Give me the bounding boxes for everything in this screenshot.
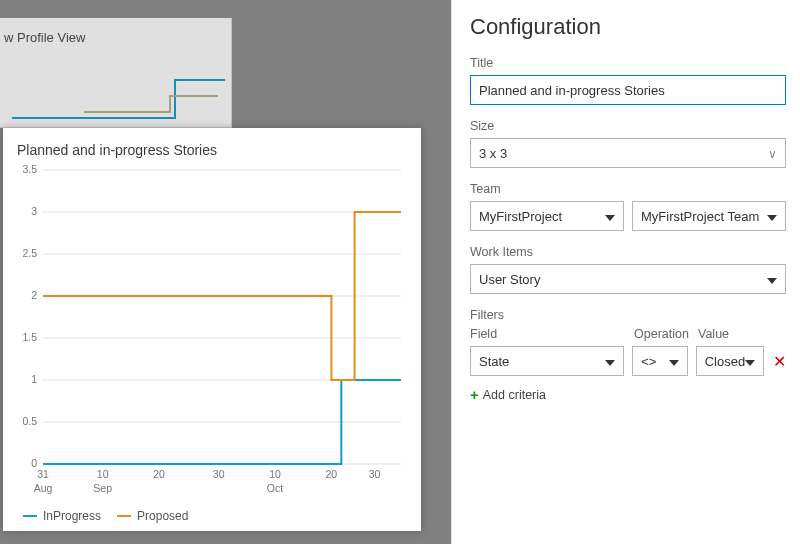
- filter-op-value: <>: [641, 354, 656, 369]
- workitems-select[interactable]: User Story: [470, 264, 786, 294]
- legend-swatch: [23, 515, 37, 517]
- svg-text:30: 30: [369, 468, 381, 480]
- field-title: Title: [470, 56, 786, 105]
- chevron-down-icon: [768, 146, 777, 161]
- filter-field-value: State: [479, 354, 509, 369]
- filter-value-value: Closed: [705, 354, 745, 369]
- filter-op-select[interactable]: <>: [632, 346, 688, 376]
- svg-text:20: 20: [326, 468, 338, 480]
- chevron-down-icon: [767, 272, 777, 287]
- chevron-down-icon: [745, 354, 755, 369]
- svg-text:3.5: 3.5: [22, 163, 37, 175]
- workitems-value: User Story: [479, 272, 540, 287]
- configuration-heading: Configuration: [470, 14, 786, 40]
- chevron-down-icon: [669, 354, 679, 369]
- add-criteria-label: Add criteria: [483, 388, 546, 402]
- svg-text:10: 10: [97, 468, 109, 480]
- size-select[interactable]: 3 x 3: [470, 138, 786, 168]
- plus-icon: +: [470, 386, 479, 403]
- label-size: Size: [470, 119, 786, 133]
- field-size: Size 3 x 3: [470, 119, 786, 168]
- legend-item-inprogress: InProgress: [23, 509, 101, 523]
- svg-text:3: 3: [31, 205, 37, 217]
- svg-text:Sep: Sep: [93, 482, 112, 494]
- svg-text:30: 30: [213, 468, 225, 480]
- filters-header-field: Field: [470, 327, 626, 341]
- legend-swatch: [117, 515, 131, 517]
- size-value: 3 x 3: [479, 146, 507, 161]
- svg-text:2: 2: [31, 289, 37, 301]
- svg-text:1.5: 1.5: [22, 331, 37, 343]
- chevron-down-icon: [605, 209, 615, 224]
- label-workitems: Work Items: [470, 245, 786, 259]
- filters-header-op: Operation: [634, 327, 690, 341]
- legend-item-proposed: Proposed: [117, 509, 188, 523]
- label-title: Title: [470, 56, 786, 70]
- field-workitems: Work Items User Story: [470, 245, 786, 294]
- team-project-select[interactable]: MyFirstProject: [470, 201, 624, 231]
- team-name-value: MyFirstProject Team: [641, 209, 759, 224]
- field-filters: Filters Field Operation Value State <> C…: [470, 308, 786, 403]
- chevron-down-icon: [605, 354, 615, 369]
- svg-text:0.5: 0.5: [22, 415, 37, 427]
- filter-value-select[interactable]: Closed: [696, 346, 764, 376]
- legend-label: Proposed: [137, 509, 188, 523]
- chart-title: Planned and in-progress Stories: [17, 142, 411, 158]
- chart-legend: InProgress Proposed: [23, 509, 411, 523]
- svg-text:Oct: Oct: [267, 482, 283, 494]
- remove-filter-button[interactable]: ✕: [772, 352, 786, 371]
- filter-row: State <> Closed ✕: [470, 346, 786, 376]
- configuration-panel: Configuration Title Size 3 x 3 Team MyFi…: [451, 0, 800, 544]
- svg-text:20: 20: [153, 468, 165, 480]
- label-team: Team: [470, 182, 786, 196]
- field-team: Team MyFirstProject MyFirstProject Team: [470, 182, 786, 231]
- legend-label: InProgress: [43, 509, 101, 523]
- chart-preview-card: Planned and in-progress Stories 00.511.5…: [3, 128, 421, 531]
- filters-header-value: Value: [698, 327, 786, 341]
- title-input[interactable]: [470, 75, 786, 105]
- svg-text:Aug: Aug: [34, 482, 53, 494]
- svg-text:31: 31: [37, 468, 49, 480]
- chart-plot: 00.511.522.533.531Aug10Sep203010Oct2030: [13, 162, 411, 500]
- filter-field-select[interactable]: State: [470, 346, 624, 376]
- team-project-value: MyFirstProject: [479, 209, 562, 224]
- svg-text:2.5: 2.5: [22, 247, 37, 259]
- chevron-down-icon: [767, 209, 777, 224]
- label-filters: Filters: [470, 308, 786, 322]
- svg-text:1: 1: [31, 373, 37, 385]
- svg-text:10: 10: [269, 468, 281, 480]
- add-criteria-button[interactable]: + Add criteria: [470, 386, 546, 403]
- team-name-select[interactable]: MyFirstProject Team: [632, 201, 786, 231]
- filters-headers: Field Operation Value: [470, 327, 786, 341]
